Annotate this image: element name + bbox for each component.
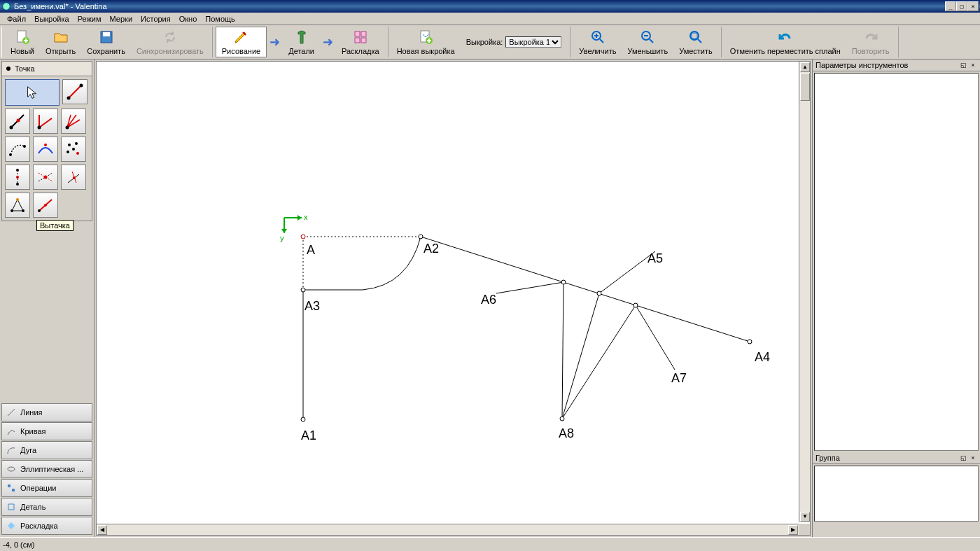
new-icon (14, 29, 31, 46)
menu-file[interactable]: Файл (3, 14, 30, 24)
svg-text:y: y (280, 234, 284, 242)
point-A8[interactable] (560, 417, 564, 421)
svg-point-32 (16, 169, 19, 172)
dock-float-button[interactable]: ◱ (959, 61, 967, 69)
svg-point-16 (67, 97, 71, 100)
group-float-button[interactable]: ◱ (959, 454, 967, 462)
dock-close-button[interactable]: × (969, 61, 977, 69)
tool-category-list: Линия Кривая Дуга Эллиптическая ... Опер… (1, 403, 92, 536)
undo-button[interactable]: Отменить переместить сплайн (724, 27, 846, 57)
arc-icon (6, 445, 16, 455)
zoom-in-label: Увеличить (579, 47, 616, 55)
angle-tool[interactable] (33, 109, 58, 134)
point-A3[interactable] (301, 288, 305, 292)
curve-tool[interactable] (33, 137, 58, 162)
point-on-line-2[interactable] (597, 291, 601, 295)
scroll-up-button[interactable]: ▲ (800, 62, 810, 72)
scroll-left-button[interactable]: ◀ (97, 525, 107, 535)
svg-point-25 (44, 144, 47, 146)
layout2-icon (6, 521, 16, 531)
point-icon (6, 67, 10, 71)
zoom-out-button[interactable]: Уменьшить (622, 27, 673, 57)
category-curve[interactable]: Кривая (1, 422, 92, 440)
category-detail[interactable]: Деталь (1, 498, 92, 516)
scatter-tool[interactable] (61, 137, 86, 162)
scroll-right-button[interactable]: ▶ (788, 525, 798, 535)
ellipse-icon (6, 464, 16, 474)
close-button[interactable]: × (967, 1, 979, 11)
label-A7[interactable]: A7 (671, 371, 687, 385)
line-dart-1 (562, 282, 564, 419)
minimize-button[interactable]: _ (945, 1, 956, 11)
menu-pattern[interactable]: Выкройка (30, 14, 74, 24)
group-close-button[interactable]: × (969, 454, 977, 462)
pattern-selector: Выкройка: Выкройка 1 (461, 36, 568, 48)
category-operations[interactable]: Операции (1, 479, 92, 497)
label-A6[interactable]: A6 (481, 293, 496, 307)
tool-params-title: Параметры инструментов (816, 61, 908, 69)
label-A3[interactable]: A3 (304, 299, 320, 313)
svg-point-27 (75, 142, 78, 145)
selection-tool[interactable] (5, 79, 59, 106)
draw-label: Рисование (222, 47, 260, 55)
endpoint-tool[interactable] (5, 109, 30, 134)
label-A5[interactable]: A5 (648, 251, 663, 265)
point-A1[interactable] (301, 417, 305, 421)
dart-tool[interactable]: Вытачка (33, 193, 58, 218)
vertical-scrollbar[interactable]: ▲ ▼ (799, 62, 810, 522)
new-button[interactable]: Новый (5, 27, 40, 57)
category-line[interactable]: Линия (1, 403, 92, 421)
line-point-tool[interactable] (62, 79, 88, 104)
perpendicular-tool[interactable] (61, 165, 86, 190)
triangle-tool[interactable] (5, 193, 30, 218)
maximize-button[interactable]: ▢ (956, 1, 967, 11)
label-A4[interactable]: A4 (755, 350, 770, 364)
vertical-tool[interactable] (5, 165, 30, 190)
label-A8[interactable]: A8 (559, 426, 574, 440)
label-A1[interactable]: A1 (301, 428, 316, 442)
drawing-canvas[interactable]: x y (96, 61, 811, 536)
zoom-in-icon (589, 29, 606, 46)
menu-history[interactable]: История (136, 14, 175, 24)
svg-point-41 (10, 209, 13, 212)
svg-point-0 (3, 3, 10, 11)
new-pattern-button[interactable]: Новая выкройка (391, 27, 461, 57)
category-elliptic[interactable]: Эллиптическая ... (1, 460, 92, 478)
spline-tool[interactable] (5, 137, 30, 162)
new-label: Новый (10, 47, 34, 55)
details-mode-button[interactable]: Детали (283, 27, 320, 57)
group-header[interactable]: Группа ◱ × (813, 452, 980, 464)
tool-params-header[interactable]: Параметры инструментов ◱ × (813, 60, 980, 71)
pattern-select[interactable]: Выкройка 1 (505, 36, 561, 48)
bisector-tool[interactable] (61, 109, 86, 134)
draw-mode-button[interactable]: Рисование (216, 27, 267, 57)
point-A4[interactable] (748, 340, 752, 344)
svg-point-22 (66, 126, 69, 130)
point-A[interactable] (301, 235, 305, 239)
scroll-thumb-v[interactable] (800, 73, 810, 101)
layout-mode-button[interactable]: Раскладка (336, 27, 385, 57)
horizontal-scrollbar[interactable]: ◀ ▶ (97, 524, 799, 535)
category-arc[interactable]: Дуга (1, 441, 92, 459)
point-A2[interactable] (419, 235, 423, 239)
menu-measure[interactable]: Мерки (106, 14, 136, 24)
menu-mode[interactable]: Режим (74, 14, 106, 24)
menu-help[interactable]: Помощь (201, 14, 239, 24)
point-header-label: Точка (15, 64, 35, 73)
save-button[interactable]: Сохранить (81, 27, 131, 57)
point-tools-header[interactable]: Точка (2, 62, 92, 76)
sync-label: Синхронизировать (136, 47, 204, 55)
open-button[interactable]: Открыть (40, 27, 81, 57)
intersection-tool[interactable] (33, 165, 58, 190)
zoom-fit-button[interactable]: Уместить (673, 27, 718, 57)
label-A2[interactable]: A2 (424, 242, 439, 256)
menu-window[interactable]: Окно (175, 14, 202, 24)
category-layout[interactable]: Раскладка (1, 517, 92, 535)
svg-rect-6 (361, 32, 366, 36)
svg-point-45 (38, 209, 41, 212)
zoom-in-button[interactable]: Увеличить (573, 27, 622, 57)
scroll-down-button[interactable]: ▼ (800, 512, 810, 522)
point-on-line-1[interactable] (561, 280, 566, 284)
label-A[interactable]: A (307, 243, 315, 257)
point-on-line-3[interactable] (634, 303, 638, 307)
